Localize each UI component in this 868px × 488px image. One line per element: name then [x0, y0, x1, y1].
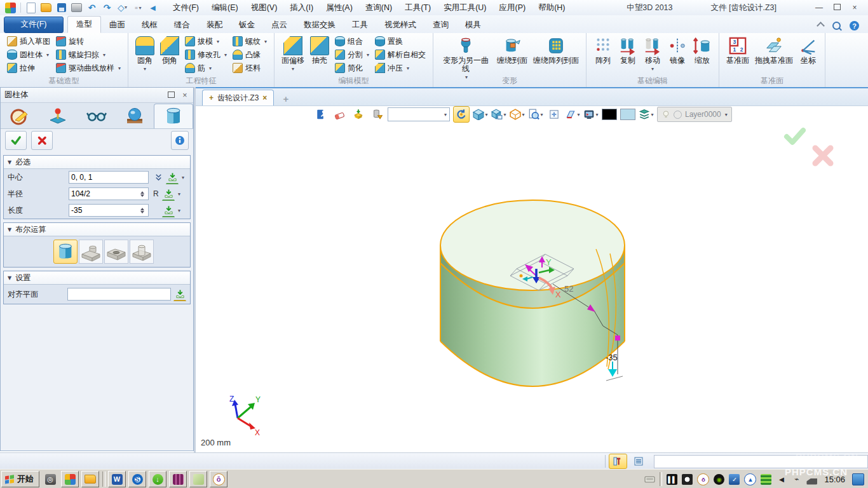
- ghost-ok-icon[interactable]: [787, 130, 803, 142]
- quicklaunch-word-button[interactable]: W: [108, 471, 126, 487]
- show-desktop-icon[interactable]: [852, 473, 864, 485]
- tab-surface[interactable]: 曲面: [101, 17, 133, 33]
- menu-view[interactable]: 视图(V): [245, 1, 283, 15]
- copy-button[interactable]: 复制: [616, 35, 639, 65]
- extrude-button[interactable]: 拉伸: [5, 62, 52, 74]
- revolve-button[interactable]: 旋转: [54, 35, 123, 48]
- dolby-icon[interactable]: ▌▌: [667, 474, 677, 485]
- quicklaunch-o-app-button[interactable]: ō: [210, 471, 227, 487]
- align-plane-pick-button[interactable]: [173, 288, 186, 301]
- radius-pick-caret[interactable]: ▾: [178, 191, 180, 197]
- tab-tools[interactable]: 工具: [344, 17, 376, 33]
- search-icon[interactable]: [832, 22, 841, 30]
- morph-to-curve-button[interactable]: 变形为另一曲线: [438, 35, 493, 81]
- cylinder-model[interactable]: [440, 200, 625, 386]
- rib-button[interactable]: 筋: [183, 62, 229, 74]
- zoom-button[interactable]: ▾: [528, 107, 543, 122]
- show-hide-button[interactable]: [351, 107, 366, 122]
- quicklaunch-notes-button[interactable]: [189, 471, 207, 487]
- layer-combo[interactable]: Layer0000 ▾: [657, 107, 732, 122]
- fillet-button[interactable]: 圆角: [133, 35, 156, 73]
- center-pick-caret[interactable]: ▾: [182, 175, 184, 180]
- move-button[interactable]: 移动: [641, 35, 664, 73]
- coordinate-button[interactable]: 坐标: [797, 35, 820, 65]
- quicklaunch-camera-button[interactable]: ◎: [42, 471, 58, 487]
- tab-visualstyle[interactable]: 视觉样式: [376, 17, 424, 33]
- expand-double-chevron-icon[interactable]: [154, 173, 163, 182]
- boolean-remove-button[interactable]: [104, 240, 128, 264]
- tab-assembly[interactable]: 装配: [198, 17, 231, 33]
- center-input[interactable]: [69, 171, 149, 184]
- display-mode-button[interactable]: ▾: [491, 107, 506, 122]
- boolean-add-button[interactable]: [79, 240, 103, 264]
- tab-dataexchange[interactable]: 数据交换: [295, 17, 344, 33]
- shell-button[interactable]: 抽壳: [308, 35, 331, 65]
- save-button[interactable]: [56, 3, 67, 13]
- simplify-button[interactable]: 简化: [333, 62, 371, 74]
- tab-render-sphere[interactable]: [116, 104, 154, 128]
- model-canvas[interactable]: X Y 52 -35 Z Y: [196, 87, 868, 452]
- stock-button[interactable]: 坯料: [231, 62, 269, 74]
- zoom-fit-button[interactable]: [546, 107, 562, 122]
- center-pick-button[interactable]: [166, 171, 179, 184]
- power-plug-icon[interactable]: ⌁: [791, 474, 802, 485]
- ok-button[interactable]: [5, 131, 27, 150]
- draft-button[interactable]: 拔模: [183, 35, 229, 48]
- length-input[interactable]: [69, 204, 149, 217]
- document-tab-active[interactable]: + 齿轮设计.Z3 ×: [202, 90, 274, 105]
- combine-button[interactable]: 组合: [333, 35, 371, 48]
- menu-help[interactable]: 帮助(H): [532, 1, 571, 15]
- rotate-view-button[interactable]: [453, 106, 470, 123]
- undo-button[interactable]: ↶: [86, 3, 97, 13]
- new-tab-button[interactable]: +: [283, 93, 288, 105]
- radius-spinner[interactable]: [140, 191, 144, 197]
- tab-primitive-joystick[interactable]: [39, 104, 77, 128]
- section-settings-header[interactable]: 设置: [4, 271, 190, 285]
- qq-icon[interactable]: [682, 474, 693, 485]
- radius-input[interactable]: [69, 187, 149, 200]
- layer-combo-caret[interactable]: ▾: [725, 112, 728, 118]
- keyboard-icon[interactable]: [644, 474, 655, 485]
- punch-button[interactable]: 冲压: [373, 62, 428, 74]
- drag-datum-plane-button[interactable]: 拖拽基准面: [753, 35, 795, 65]
- menu-applications[interactable]: 应用(P): [493, 1, 531, 15]
- signal-bars-icon[interactable]: [806, 474, 817, 485]
- filter-button[interactable]: [369, 107, 384, 122]
- toggle-panel-button[interactable]: [609, 454, 627, 469]
- exit-button[interactable]: [314, 107, 329, 122]
- tab-wireframe[interactable]: 线框: [133, 17, 166, 33]
- boolean-base-button[interactable]: [53, 240, 78, 264]
- menu-insert[interactable]: 插入(I): [284, 1, 319, 15]
- spiral-sweep-button[interactable]: 螺旋扫掠: [54, 48, 123, 61]
- face-offset-button[interactable]: 面偏移: [280, 35, 306, 73]
- print-button[interactable]: [71, 3, 82, 13]
- background-color-swatch-blue[interactable]: [620, 109, 635, 120]
- new-file-button[interactable]: [25, 3, 36, 13]
- screen-view-button[interactable]: ▾: [583, 107, 599, 122]
- menu-inquire[interactable]: 查询(N): [360, 1, 398, 15]
- tab-inquire[interactable]: 查询: [424, 17, 457, 33]
- section-boolean-header[interactable]: 布尔运算: [4, 223, 190, 236]
- tab-sheetmetal[interactable]: 钣金: [231, 17, 263, 33]
- redo-button[interactable]: ↷: [102, 3, 112, 13]
- align-plane-input[interactable]: [67, 288, 171, 301]
- datum-plane-button[interactable]: 基准面: [724, 35, 751, 65]
- grid-app-icon[interactable]: [761, 474, 771, 485]
- quicklaunch-winrar-button[interactable]: [169, 471, 187, 487]
- replace-button[interactable]: 置换: [373, 35, 428, 48]
- chamfer-button[interactable]: 倒角: [158, 35, 181, 65]
- lip-button[interactable]: 凸缘: [231, 48, 269, 61]
- quicklaunch-s-app-button[interactable]: S: [128, 471, 146, 487]
- menu-attributes[interactable]: 属性(A): [320, 1, 358, 15]
- length-pick-button[interactable]: [162, 204, 175, 217]
- info-button[interactable]: [171, 131, 189, 150]
- insert-sketch-button[interactable]: 插入草图: [5, 35, 52, 48]
- divide-button[interactable]: 分割: [333, 48, 371, 61]
- quicklaunch-folder-button[interactable]: [81, 471, 99, 487]
- v-sync-icon[interactable]: ✓: [729, 474, 740, 485]
- menu-file[interactable]: 文件(F): [167, 1, 205, 15]
- pattern-button[interactable]: 阵列: [592, 35, 614, 65]
- close-button[interactable]: ×: [850, 3, 859, 12]
- length-pick-caret[interactable]: ▾: [178, 208, 180, 214]
- shield-icon[interactable]: ▲: [744, 473, 756, 485]
